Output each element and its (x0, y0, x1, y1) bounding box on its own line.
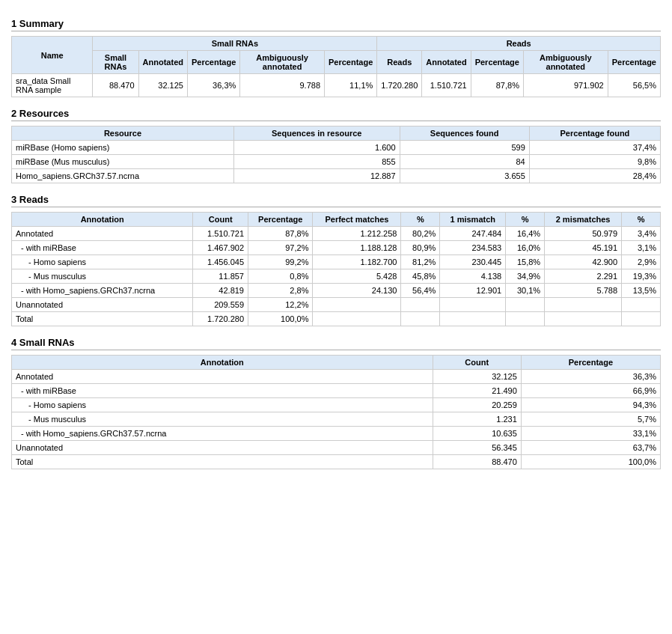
reads-cell-annotation: - Homo sapiens (12, 255, 193, 269)
smallrnas-cell-annotation: - with Homo_sapiens.GRCh37.57.ncrna (12, 427, 433, 441)
smallrnas-row: - with miRBase 21.490 66,9% (12, 384, 661, 398)
reads-cell-perfect: 1.188.128 (313, 241, 401, 255)
reads-header-count: Count (193, 213, 248, 227)
resources-cell-seq-found: 84 (400, 155, 529, 169)
resources-cell-resource: miRBase (Mus musculus) (12, 155, 234, 169)
smallrnas-cell-count: 88.470 (433, 455, 521, 469)
reads-cell-perfect-pct: 80,2% (401, 227, 440, 241)
reads-row: - with Homo_sapiens.GRCh37.ncrna 42.819 … (12, 284, 661, 298)
smallrnas-cell-pct: 36,3% (521, 370, 660, 384)
reads-cell-count: 1.467.902 (193, 241, 248, 255)
smallrnas-cell-pct: 5,7% (521, 412, 660, 427)
summary-cell-reads: 1.720.280 (377, 74, 422, 97)
smallrnas-row: - Mus musculus 1.231 5,7% (12, 412, 661, 427)
summary-header-annotated1: Annotated (138, 51, 187, 74)
reads-cell-pct: 0,8% (248, 269, 313, 284)
summary-row: sra_data Small RNA sample 88.470 32.125 … (12, 74, 661, 97)
resources-cell-seq-found: 3.655 (400, 169, 529, 183)
summary-header-pct2: Percentage (471, 51, 523, 74)
reads-cell-mismatch1-pct: 34,9% (506, 269, 545, 284)
reads-header-perfect-pct: % (401, 213, 440, 227)
reads-cell-mismatch1 (440, 312, 506, 326)
reads-cell-mismatch2 (545, 298, 622, 312)
reads-cell-pct: 97,2% (248, 241, 313, 255)
smallrnas-cell-count: 10.635 (433, 427, 521, 441)
reads-cell-mismatch2 (545, 312, 622, 326)
reads-header-perfect: Perfect matches (313, 213, 401, 227)
summary-cell-annotated2: 1.510.721 (422, 74, 471, 97)
reads-cell-mismatch1-pct (506, 298, 545, 312)
resources-cell-seq-in: 1.600 (233, 141, 400, 155)
smallrnas-row: Unannotated 56.345 63,7% (12, 441, 661, 455)
reads-row: Unannotated 209.559 12,2% (12, 298, 661, 312)
reads-cell-mismatch2-pct (622, 312, 661, 326)
reads-cell-mismatch2: 50.979 (545, 227, 622, 241)
smallrnas-header-annotation: Annotation (12, 356, 433, 370)
reads-header-mismatch2: 2 mismatches (545, 213, 622, 227)
reads-cell-mismatch2-pct: 13,5% (622, 284, 661, 298)
reads-cell-mismatch2-pct: 3,1% (622, 241, 661, 255)
section-smallrnas-title: 4 Small RNAs (11, 337, 661, 350)
reads-cell-mismatch1: 230.445 (440, 255, 506, 269)
reads-cell-annotation: - Mus musculus (12, 269, 193, 284)
reads-cell-mismatch1-pct (506, 312, 545, 326)
reads-header-annotation: Annotation (12, 213, 193, 227)
reads-cell-pct: 100,0% (248, 312, 313, 326)
reads-cell-count: 42.819 (193, 284, 248, 298)
reads-cell-mismatch1 (440, 298, 506, 312)
reads-cell-pct: 12,2% (248, 298, 313, 312)
reads-header-mismatch2-pct: % (622, 213, 661, 227)
reads-cell-mismatch2-pct (622, 298, 661, 312)
summary-cell-name: sra_data Small RNA sample (12, 74, 93, 97)
reads-cell-annotation: Unannotated (12, 298, 193, 312)
reads-header-mismatch1-pct: % (506, 213, 545, 227)
summary-header-ambigpct1: Percentage (325, 51, 377, 74)
resources-header-sequences-found: Sequences found (400, 127, 529, 141)
reads-cell-annotation: Total (12, 312, 193, 326)
reads-cell-perfect-pct: 80,9% (401, 241, 440, 255)
smallrnas-cell-pct: 100,0% (521, 455, 660, 469)
reads-cell-count: 1.456.045 (193, 255, 248, 269)
summary-cell-pct2: 87,8% (471, 74, 523, 97)
reads-row: - Mus musculus 11.857 0,8% 5.428 45,8% 4… (12, 269, 661, 284)
reads-cell-mismatch1-pct: 30,1% (506, 284, 545, 298)
summary-header-ambig1: Ambiguously annotated (240, 51, 325, 74)
resources-cell-seq-in: 12.887 (233, 169, 400, 183)
reads-cell-perfect-pct (401, 298, 440, 312)
summary-cell-ambigpct2: 56,5% (608, 74, 660, 97)
reads-table: Annotation Count Percentage Perfect matc… (11, 212, 661, 326)
reads-cell-count: 1.510.721 (193, 227, 248, 241)
section-reads-title: 3 Reads (11, 194, 661, 207)
summary-header-name: Name (12, 37, 93, 74)
summary-cell-ambig1: 9.788 (240, 74, 325, 97)
summary-table: Name Small RNAs Reads Small RNAs Annotat… (11, 36, 661, 97)
smallrnas-cell-annotation: - with miRBase (12, 384, 433, 398)
reads-cell-perfect (313, 312, 401, 326)
resources-header-resource: Resource (12, 127, 234, 141)
smallrnas-row: Annotated 32.125 36,3% (12, 370, 661, 384)
reads-cell-mismatch2-pct: 3,4% (622, 227, 661, 241)
reads-cell-perfect: 1.212.258 (313, 227, 401, 241)
smallrnas-cell-pct: 33,1% (521, 427, 660, 441)
smallrnas-cell-pct: 94,3% (521, 398, 660, 412)
section-resources-title: 2 Resources (11, 108, 661, 121)
smallrnas-table: Annotation Count Percentage Annotated 32… (11, 355, 661, 469)
smallrnas-row: - Homo sapiens 20.259 94,3% (12, 398, 661, 412)
resources-cell-seq-found: 599 (400, 141, 529, 155)
summary-header-ambigpct2: Percentage (608, 51, 660, 74)
reads-cell-pct: 99,2% (248, 255, 313, 269)
smallrnas-cell-annotation: - Homo sapiens (12, 398, 433, 412)
reads-cell-mismatch1: 4.138 (440, 269, 506, 284)
reads-cell-mismatch1-pct: 15,8% (506, 255, 545, 269)
reads-cell-annotation: - with miRBase (12, 241, 193, 255)
summary-cell-smallrnas: 88.470 (93, 74, 138, 97)
summary-cell-annotated1: 32.125 (138, 74, 187, 97)
smallrnas-cell-pct: 63,7% (521, 441, 660, 455)
reads-cell-mismatch1: 12.901 (440, 284, 506, 298)
resources-header-sequences-in: Sequences in resource (233, 127, 400, 141)
reads-cell-annotation: Annotated (12, 227, 193, 241)
reads-cell-perfect-pct (401, 312, 440, 326)
section-summary-title: 1 Summary (11, 18, 661, 31)
reads-cell-pct: 2,8% (248, 284, 313, 298)
summary-header-reads-group: Reads (377, 37, 661, 51)
